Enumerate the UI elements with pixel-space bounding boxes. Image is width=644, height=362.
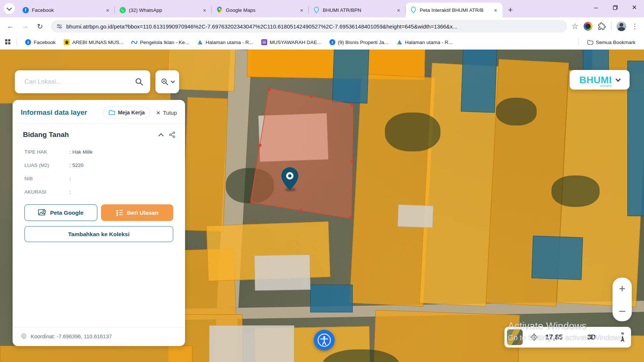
advanced-search-button[interactable] [155, 70, 179, 93]
tab-whatsapp[interactable]: (32) WhatsApp × [115, 3, 212, 17]
bookmark-arebi[interactable]: AREBI MUNAS MUS... [60, 38, 127, 47]
close-icon[interactable]: × [104, 7, 111, 13]
close-icon[interactable]: × [201, 7, 208, 13]
location-dot-icon [21, 333, 27, 339]
search-location-icon [161, 78, 169, 86]
tambahkan-ke-koleksi-button[interactable]: Tambahkan ke Koleksi [24, 226, 173, 242]
divider [611, 22, 611, 30]
tutup-close-button[interactable]: × Tutup [154, 109, 177, 116]
accessibility-button[interactable] [314, 330, 335, 351]
tab-search-button[interactable] [4, 3, 15, 14]
peta-google-button[interactable]: Peta Google [24, 204, 97, 221]
compass-control[interactable]: N [620, 332, 625, 343]
panel-title: Informasi data layer [21, 108, 100, 117]
meja-kerja-button[interactable]: Meja Kerja [103, 107, 151, 118]
bhumi-pin-icon [313, 7, 320, 13]
zoom-out-button[interactable]: – [613, 299, 632, 321]
google-maps-icon [216, 7, 223, 13]
tambah-koleksi-label: Tambahkan ke Koleksi [68, 231, 130, 237]
bookmark-label: (9) Bisnis Properti Ja... [338, 40, 389, 45]
tab-label: Google Maps [226, 7, 295, 13]
reload-button[interactable]: ↻ [33, 20, 47, 33]
map-marker-pin[interactable] [281, 167, 298, 190]
tab-label: BHUMI ATR/BPN [323, 7, 392, 13]
map-parcel-orange[interactable] [183, 97, 228, 232]
bookmark-facebook[interactable]: f Facebook [22, 38, 59, 47]
close-window-button[interactable]: × [625, 0, 644, 15]
map-parcel-orange[interactable] [0, 346, 192, 362]
beri-ulasan-button[interactable]: Beri Ulasan [101, 204, 173, 221]
tab-bhumi[interactable]: BHUMI ATR/BPN × [309, 3, 406, 17]
back-button[interactable]: ← [4, 20, 17, 33]
parcel-fields: TIPE HAK : Hak Milik LUAS (M2) : 5220 NI… [13, 141, 185, 195]
chevron-down-icon[interactable] [616, 76, 621, 81]
locate-icon[interactable] [530, 333, 539, 342]
all-bookmarks-button[interactable]: Semua Bookmark [584, 38, 639, 47]
bhumi-logo-subtext: ATR/BPN [600, 85, 612, 88]
site-settings-icon[interactable] [56, 23, 63, 30]
selected-parcel[interactable] [251, 88, 353, 218]
basemap-thumbnail[interactable] [507, 329, 523, 345]
compass-north-label: N [621, 332, 624, 335]
browser-window: f Facebook × (32) WhatsApp × Google Maps… [0, 0, 644, 362]
map-parcel-blue[interactable] [310, 285, 353, 312]
map-parcel-blue[interactable] [531, 236, 583, 280]
url-text: bhumi.atrbpn.go.id/peta?bbox=110.6131990… [66, 23, 457, 30]
bookmark-label: Pengelola Iklan - Ke... [140, 40, 189, 45]
close-icon[interactable]: × [492, 7, 499, 13]
restore-button[interactable] [606, 0, 625, 15]
tab-google-maps[interactable]: Google Maps × [212, 3, 309, 17]
bookmark-halaman-utama-1[interactable]: Halaman utama - R... [194, 38, 256, 47]
field-label: AKURASI [24, 189, 70, 195]
map-parcel-orange[interactable] [372, 310, 520, 362]
map-zoom-control: + – [613, 278, 632, 321]
apps-grid-icon[interactable] [5, 39, 11, 45]
search-icon[interactable] [135, 77, 144, 86]
menu-icon[interactable]: ⋮ [631, 22, 638, 30]
forward-button[interactable]: → [19, 20, 32, 33]
tab-label: Peta Interaktif BHUMI ATR/B [420, 7, 489, 13]
tabs: f Facebook × (32) WhatsApp × Google Maps… [18, 3, 503, 17]
map-parcel-blue[interactable] [627, 61, 644, 216]
map-vegetation [385, 113, 440, 151]
map-parcel-blue[interactable] [461, 50, 497, 113]
google-triangle-icon [197, 39, 203, 45]
location-search-box[interactable] [15, 70, 150, 93]
field-value: : [70, 176, 71, 181]
threed-toggle[interactable]: 3D [587, 333, 596, 341]
collapse-chevron-icon[interactable] [158, 133, 164, 138]
close-icon[interactable]: × [395, 7, 402, 13]
tab-facebook[interactable]: f Facebook × [18, 3, 115, 17]
bookmark-pengelola-iklan[interactable]: Pengelola Iklan - Ke... [128, 38, 192, 47]
extension-lens-icon[interactable] [584, 22, 593, 31]
profile-avatar[interactable] [617, 21, 626, 31]
new-tab-button[interactable]: + [505, 4, 516, 16]
review-stars-icon [116, 210, 123, 216]
extensions-puzzle-icon[interactable] [598, 22, 606, 30]
window-controls: – × [586, 0, 644, 15]
minimize-button[interactable]: – [586, 0, 606, 15]
whatsapp-icon [119, 7, 126, 13]
field-value: : Hak Milik [70, 149, 93, 155]
map-building [398, 204, 433, 228]
field-row: TIPE HAK : Hak Milik [24, 149, 175, 155]
share-icon[interactable] [169, 131, 175, 138]
search-input[interactable] [24, 78, 135, 86]
zoom-in-button[interactable]: + [613, 278, 632, 299]
close-icon[interactable]: × [298, 7, 305, 13]
map-building [209, 325, 294, 362]
field-value: : [70, 189, 71, 195]
bookmark-musyawarah[interactable]: MUSYAWARAH DAE... [258, 38, 325, 47]
field-row: NIB : [24, 176, 175, 181]
bhumi-logo-card[interactable]: BHUMI ATR/BPN [570, 70, 630, 90]
folder-icon [587, 39, 593, 45]
tab-peta-interaktif-active[interactable]: Peta Interaktif BHUMI ATR/B × [406, 3, 503, 17]
bookmark-star-icon[interactable]: ☆ [571, 22, 578, 31]
bookmark-bisnis-properti[interactable]: f (9) Bisnis Properti Ja... [326, 38, 392, 47]
toolbar-right-icons: ☆ ⋮ [571, 21, 640, 31]
bookmark-halaman-utama-2[interactable]: Halaman utama - R... [393, 38, 456, 47]
tutup-label: Tutup [163, 110, 177, 116]
facebook-icon: f [25, 39, 31, 45]
address-bar[interactable]: bhumi.atrbpn.go.id/peta?bbox=110.6131990… [51, 20, 567, 33]
map-canvas[interactable]: Informasi data layer Meja Kerja × Tutup … [0, 50, 644, 362]
